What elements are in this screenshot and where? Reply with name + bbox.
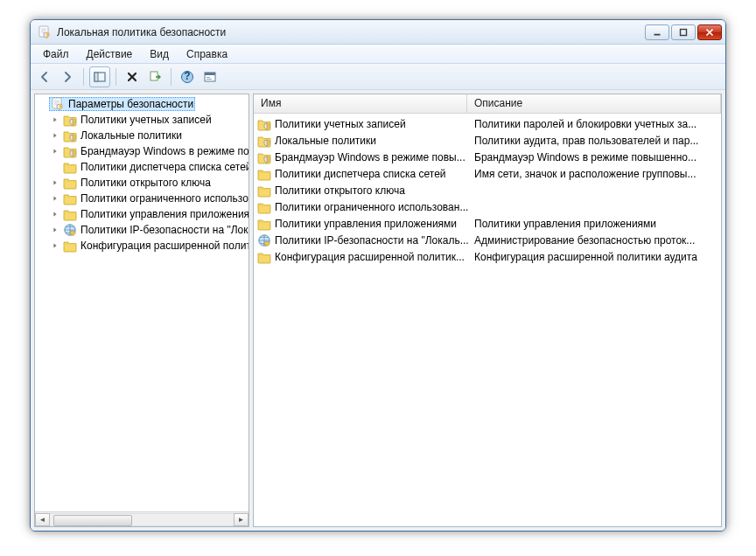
toolbar-separator <box>171 68 172 86</box>
expander-icon[interactable] <box>49 240 61 252</box>
column-header-desc[interactable]: Описание <box>467 94 721 113</box>
tree-item-label: Политики управления приложения <box>80 208 248 220</box>
expander-icon[interactable] <box>49 224 61 236</box>
content-area: Параметры безопасности Политики учетных … <box>31 90 725 531</box>
menu-action[interactable]: Действие <box>78 45 142 63</box>
list-cell-name: Конфигурация расширенной политик... <box>275 251 465 263</box>
shield-folder-icon <box>63 129 77 142</box>
titlebar[interactable]: Локальная политика безопасности <box>31 20 725 45</box>
list-row[interactable]: Политики IP-безопасности на "Локаль...Ад… <box>254 232 721 248</box>
expander-icon[interactable] <box>49 177 61 189</box>
list-panel: Имя Описание Политики учетных записейПол… <box>253 94 722 527</box>
menu-view[interactable]: Вид <box>141 45 178 63</box>
list-row[interactable]: Конфигурация расширенной политик...Конфи… <box>254 248 721 265</box>
minimize-button[interactable] <box>645 24 669 40</box>
list-row[interactable]: Политики диспетчера списка сетейИмя сети… <box>254 165 721 182</box>
help-button[interactable] <box>177 66 198 87</box>
menubar: Файл Действие Вид Справка <box>31 45 725 64</box>
delete-button[interactable] <box>122 66 143 87</box>
expander-icon[interactable] <box>49 145 61 157</box>
list-row[interactable]: Политики управления приложениямиПолитики… <box>254 215 721 232</box>
expander-icon[interactable] <box>49 114 61 126</box>
tree-item[interactable]: Политики ограниченного использо <box>35 191 248 206</box>
nav-back-button[interactable] <box>34 66 55 87</box>
scroll-track[interactable] <box>50 513 234 526</box>
globe-icon <box>63 223 77 237</box>
tree-root-label: Параметры безопасности <box>68 98 193 110</box>
shield-folder-icon <box>63 113 77 127</box>
list-cell-desc: Политики управления приложениями <box>474 218 721 230</box>
list-header: Имя Описание <box>254 94 721 114</box>
toolbar-separator <box>83 68 84 86</box>
folder-icon <box>257 250 271 264</box>
tree-item-label: Конфигурация расширенной полит <box>80 240 248 252</box>
scroll-right-button[interactable]: ► <box>234 513 248 526</box>
column-header-name[interactable]: Имя <box>254 94 467 113</box>
tree-item-label: Брандмауэр Windows в режиме пов <box>80 145 248 157</box>
folder-icon <box>257 200 271 214</box>
list-cell-name: Политики учетных записей <box>275 118 406 130</box>
folder-icon <box>63 191 77 205</box>
folder-icon <box>63 239 77 253</box>
list-row[interactable]: Политики открытого ключа <box>254 182 721 198</box>
menu-help[interactable]: Справка <box>178 45 236 63</box>
app-icon <box>38 25 52 39</box>
list-cell-name: Локальные политики <box>275 135 376 147</box>
show-tree-button[interactable] <box>89 66 110 87</box>
expander-icon[interactable] <box>49 208 61 220</box>
nav-forward-button[interactable] <box>57 66 78 87</box>
list-cell-name: Политики открытого ключа <box>275 184 405 197</box>
list-cell-desc: Брандмауэр Windows в режиме повышенно... <box>474 151 721 163</box>
expander-icon[interactable] <box>49 192 61 205</box>
close-button[interactable] <box>697 24 722 40</box>
list-cell-name: Политики управления приложениями <box>275 218 457 230</box>
expander-icon[interactable] <box>49 129 61 142</box>
list-cell-desc: Имя сети, значок и расположение групповы… <box>474 168 721 180</box>
list-cell-desc: Политики паролей и блокировки учетных за… <box>474 118 721 130</box>
list-row[interactable]: Политики учетных записейПолитики паролей… <box>254 115 721 132</box>
list-cell-name: Политики диспетчера списка сетей <box>275 168 446 180</box>
folder-icon <box>63 160 77 174</box>
tree-item[interactable]: Политики учетных записей <box>35 112 248 128</box>
tree-root[interactable]: Параметры безопасности <box>35 96 248 112</box>
list-cell-desc: Администрирование безопасностью проток..… <box>474 234 721 247</box>
properties-button[interactable] <box>200 66 220 87</box>
list-row[interactable]: Брандмауэр Windows в режиме повы...Бранд… <box>254 149 721 165</box>
shield-folder-icon <box>257 150 271 164</box>
scroll-left-button[interactable]: ◄ <box>35 513 50 526</box>
tree[interactable]: Параметры безопасности Политики учетных … <box>35 94 248 511</box>
menu-file[interactable]: Файл <box>34 45 78 63</box>
list-row[interactable]: Локальные политикиПолитики аудита, прав … <box>254 132 721 149</box>
tree-item-label: Локальные политики <box>80 129 182 142</box>
tree-item[interactable]: Конфигурация расширенной полит <box>35 238 248 254</box>
tree-item-label: Политики ограниченного использо <box>80 192 248 205</box>
folder-icon <box>257 184 271 198</box>
export-button[interactable] <box>144 66 165 87</box>
list-body[interactable]: Политики учетных записейПолитики паролей… <box>254 114 721 526</box>
tree-item[interactable]: Политики управления приложения <box>35 206 248 222</box>
list-row[interactable]: Политики ограниченного использован... <box>254 198 721 215</box>
shield-folder-icon <box>63 144 77 158</box>
maximize-button[interactable] <box>671 24 696 40</box>
scroll-thumb[interactable] <box>53 515 132 526</box>
tree-item[interactable]: Локальные политики <box>35 128 248 143</box>
folder-icon <box>257 167 271 181</box>
shield-folder-icon <box>257 134 271 148</box>
tree-item[interactable]: Политики диспетчера списка сетей <box>35 159 248 175</box>
tree-item-label: Политики диспетчера списка сетей <box>80 161 248 173</box>
toolbar-separator <box>116 68 116 86</box>
tree-item[interactable]: Политики открытого ключа <box>35 175 248 191</box>
tree-item[interactable]: Брандмауэр Windows в режиме пов <box>35 143 248 159</box>
tree-item[interactable]: Политики IP-безопасности на "Лока <box>35 222 248 238</box>
tree-item-label: Политики открытого ключа <box>80 177 211 189</box>
shield-folder-icon <box>257 117 271 131</box>
toolbar <box>31 64 725 90</box>
folder-icon <box>257 217 271 231</box>
tree-hscrollbar[interactable]: ◄ ► <box>35 511 248 526</box>
window-title: Локальная политика безопасности <box>57 26 645 38</box>
window: Локальная политика безопасности Файл Дей… <box>30 19 726 532</box>
list-cell-name: Брандмауэр Windows в режиме повы... <box>275 151 466 163</box>
window-controls <box>645 24 722 40</box>
tree-panel: Параметры безопасности Политики учетных … <box>34 94 249 527</box>
tree-item-label: Политики учетных записей <box>80 114 212 126</box>
